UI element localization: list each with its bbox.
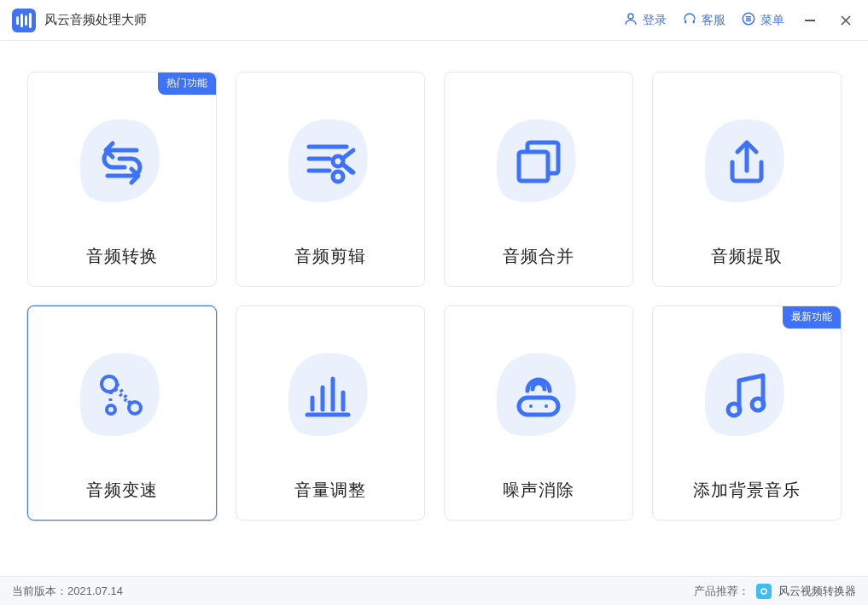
close-button[interactable] xyxy=(836,10,856,31)
menu-icon xyxy=(741,11,756,29)
card-label: 音频变速 xyxy=(86,479,158,502)
menu-label: 菜单 xyxy=(760,13,784,28)
app-logo-icon xyxy=(12,9,36,32)
user-icon xyxy=(623,11,638,29)
promo-label: 产品推荐： xyxy=(694,584,749,599)
version-value: 2021.07.14 xyxy=(67,585,123,597)
card-badge: 最新功能 xyxy=(783,306,841,329)
noise-icon xyxy=(509,367,568,427)
extract-icon xyxy=(717,133,777,193)
card-label: 音频剪辑 xyxy=(294,245,366,268)
feature-card-merge[interactable]: 音频合并 xyxy=(444,72,633,287)
card-icon-wrap xyxy=(487,346,590,448)
main-area: 热门功能音频转换音频剪辑音频合并音频提取音频变速音量调整噪声消除最新功能添加背景… xyxy=(0,41,868,576)
card-label: 音量调整 xyxy=(294,479,366,502)
card-icon-wrap xyxy=(71,346,173,448)
card-badge: 热门功能 xyxy=(158,73,216,95)
promo-link[interactable]: 风云视频转换器 xyxy=(778,584,856,599)
support-button[interactable]: 客服 xyxy=(682,11,725,29)
feature-card-cut[interactable]: 音频剪辑 xyxy=(236,72,425,287)
titlebar: 风云音频处理大师 登录 客服 xyxy=(0,0,868,41)
support-label: 客服 xyxy=(702,13,725,28)
svg-point-7 xyxy=(761,589,766,594)
titlebar-actions: 登录 客服 菜单 xyxy=(623,10,856,31)
feature-grid: 热门功能音频转换音频剪辑音频合并音频提取音频变速音量调整噪声消除最新功能添加背景… xyxy=(27,72,842,521)
statusbar: 当前版本： 2021.07.14 产品推荐： 风云视频转换器 xyxy=(0,576,868,605)
feature-card-music[interactable]: 最新功能添加背景音乐 xyxy=(652,305,842,521)
merge-icon xyxy=(509,133,568,193)
card-label: 音频转换 xyxy=(86,245,158,268)
feature-card-noise[interactable]: 噪声消除 xyxy=(444,305,633,521)
card-icon-wrap xyxy=(487,112,590,214)
login-label: 登录 xyxy=(643,13,667,28)
svg-point-0 xyxy=(628,14,633,19)
card-label: 音频合并 xyxy=(503,245,574,268)
app-title: 风云音频处理大师 xyxy=(44,12,147,28)
minimize-button[interactable] xyxy=(800,10,820,31)
feature-card-speed[interactable]: 音频变速 xyxy=(27,305,217,521)
convert-icon xyxy=(92,133,152,193)
version-label: 当前版本： xyxy=(12,584,67,599)
volume-icon xyxy=(300,367,360,427)
headset-icon xyxy=(682,11,697,29)
card-label: 噪声消除 xyxy=(503,479,574,502)
card-label: 音频提取 xyxy=(711,245,783,268)
card-label: 添加背景音乐 xyxy=(693,479,801,502)
login-button[interactable]: 登录 xyxy=(623,11,667,29)
speed-icon xyxy=(92,367,152,427)
feature-card-extract[interactable]: 音频提取 xyxy=(652,72,842,287)
music-icon xyxy=(717,367,777,427)
card-icon-wrap xyxy=(696,112,798,214)
promo-logo-icon xyxy=(756,584,772,599)
card-icon-wrap xyxy=(279,112,382,214)
cut-icon xyxy=(300,133,360,193)
feature-card-convert[interactable]: 热门功能音频转换 xyxy=(27,72,217,287)
feature-card-volume[interactable]: 音量调整 xyxy=(236,305,425,521)
card-icon-wrap xyxy=(279,346,382,448)
card-icon-wrap xyxy=(71,112,173,214)
card-icon-wrap xyxy=(696,346,798,448)
menu-button[interactable]: 菜单 xyxy=(741,11,784,29)
